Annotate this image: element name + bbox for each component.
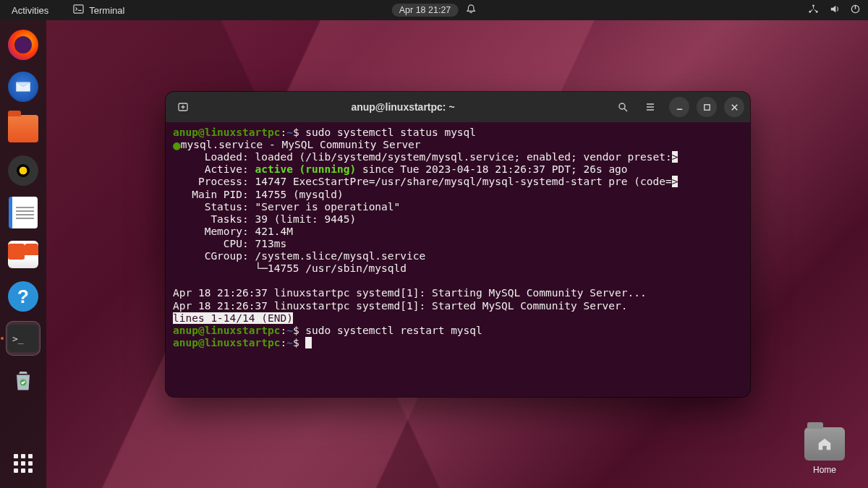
thunderbird-icon	[8, 72, 38, 102]
cgroup-key: CGroup:	[173, 250, 255, 262]
prompt-path: ~	[286, 337, 293, 348]
svg-point-10	[619, 103, 625, 109]
prompt-user: anup@linuxstartpc	[173, 337, 280, 348]
rhythmbox-icon	[8, 155, 38, 186]
loaded-value: loaded (/lib/systemd/system/mysql.servic…	[255, 151, 672, 163]
trash-icon	[9, 365, 38, 395]
dock-thunderbird[interactable]	[6, 69, 41, 104]
help-icon: ?	[8, 281, 38, 312]
dock: ? >_	[0, 20, 46, 488]
power-icon[interactable]	[850, 4, 861, 17]
firefox-icon	[8, 30, 38, 60]
dock-trash[interactable]	[6, 363, 41, 398]
tasks-value: 39 (limit: 9445)	[255, 213, 357, 225]
tasks-key: Tasks:	[173, 213, 255, 225]
software-icon	[8, 241, 38, 268]
dock-ubuntu-software[interactable]	[6, 237, 41, 272]
dock-terminal[interactable]: >_	[6, 321, 41, 356]
mainpid-key: Main PID:	[173, 189, 255, 200]
cgroup-value: /system.slice/mysql.service	[255, 250, 426, 262]
maximize-button[interactable]	[697, 97, 717, 117]
terminal-window: anup@linuxstartpc: ~ anup@linuxstartpc:~…	[166, 92, 750, 397]
dock-help[interactable]: ?	[6, 279, 41, 314]
svg-rect-0	[74, 5, 83, 13]
app-grid-icon	[14, 454, 33, 473]
active-key: Active:	[173, 163, 255, 175]
cpu-key: CPU:	[173, 238, 255, 249]
top-bar: Activities Terminal Apr 18 21:27	[0, 0, 868, 20]
topbar-app-indicator[interactable]: Terminal	[69, 2, 129, 18]
dock-firefox[interactable]	[6, 27, 41, 62]
prompt-path: ~	[286, 127, 293, 138]
command-1: sudo systemctl status mysql	[305, 127, 476, 138]
notification-icon[interactable]	[465, 4, 476, 17]
command-2: sudo systemctl restart mysql	[305, 325, 482, 336]
cpu-value: 713ms	[255, 238, 287, 249]
writer-icon	[9, 197, 38, 228]
minimize-button[interactable]	[669, 97, 689, 117]
network-icon[interactable]	[808, 4, 819, 17]
memory-key: Memory:	[173, 226, 255, 237]
terminal-body[interactable]: anup@linuxstartpc:~$ sudo systemctl stat…	[166, 122, 750, 354]
terminal-title: anup@linuxstartpc: ~	[199, 101, 607, 113]
active-rest: since Tue 2023-04-18 21:26:37 PDT; 26s a…	[356, 163, 627, 175]
status-key: Status:	[173, 201, 255, 213]
svg-line-11	[624, 108, 627, 111]
activities-label: Activities	[12, 5, 48, 16]
svg-point-1	[812, 4, 814, 7]
new-tab-button[interactable]	[171, 95, 195, 119]
prompt-dollar: $	[293, 127, 305, 138]
activities-button[interactable]: Activities	[7, 4, 53, 17]
status-dot-icon: ●	[173, 137, 181, 153]
clock[interactable]: Apr 18 21:27	[392, 4, 459, 17]
search-button[interactable]	[611, 95, 634, 119]
line-wrap-marker: >	[672, 151, 678, 163]
active-state: active (running)	[255, 163, 357, 175]
prompt-sep: :	[280, 325, 286, 336]
log-line-2: Apr 18 21:26:37 linuxstartpc systemd[1]:…	[173, 300, 628, 312]
cgroup-child: └─14755 /usr/sbin/mysqld	[173, 262, 407, 274]
folder-icon	[804, 427, 845, 461]
prompt-dollar: $	[293, 337, 305, 348]
prompt-sep: :	[280, 337, 286, 348]
close-button[interactable]	[724, 97, 744, 117]
service-line: mysql.service - MySQL Community Server	[181, 139, 421, 150]
dock-rhythmbox[interactable]	[6, 153, 41, 188]
files-icon	[8, 115, 38, 142]
home-label: Home	[804, 465, 845, 475]
menu-button[interactable]	[639, 95, 662, 119]
line-wrap-marker: >	[672, 176, 678, 187]
prompt-sep: :	[280, 127, 286, 138]
prompt-user: anup@linuxstartpc	[173, 325, 280, 336]
dock-files[interactable]	[6, 111, 41, 146]
process-value: 14747 ExecStartPre=/usr/share/mysql/mysq…	[255, 176, 672, 187]
prompt-dollar: $	[293, 325, 305, 336]
status-value: "Server is operational"	[255, 201, 401, 213]
mainpid-value: 14755 (mysqld)	[255, 189, 344, 200]
pager-end: lines 1-14/14 (END)	[173, 312, 293, 324]
loaded-key: Loaded:	[173, 151, 255, 163]
process-key: Process:	[173, 176, 255, 187]
dock-libreoffice-writer[interactable]	[6, 195, 41, 230]
show-applications[interactable]	[6, 446, 41, 481]
cursor	[305, 337, 312, 348]
topbar-app-label: Terminal	[89, 5, 124, 16]
prompt-path: ~	[286, 325, 293, 336]
desktop-home-folder[interactable]: Home	[804, 427, 845, 475]
svg-rect-16	[704, 104, 709, 109]
terminal-header: anup@linuxstartpc: ~	[166, 92, 750, 122]
volume-icon[interactable]	[829, 4, 840, 17]
log-line-1: Apr 18 21:26:37 linuxstartpc systemd[1]:…	[173, 287, 647, 299]
terminal-icon	[73, 4, 84, 17]
memory-value: 421.4M	[255, 226, 293, 237]
prompt-user: anup@linuxstartpc	[173, 127, 280, 138]
clock-text: Apr 18 21:27	[399, 5, 451, 15]
terminal-icon: >_	[8, 325, 38, 352]
